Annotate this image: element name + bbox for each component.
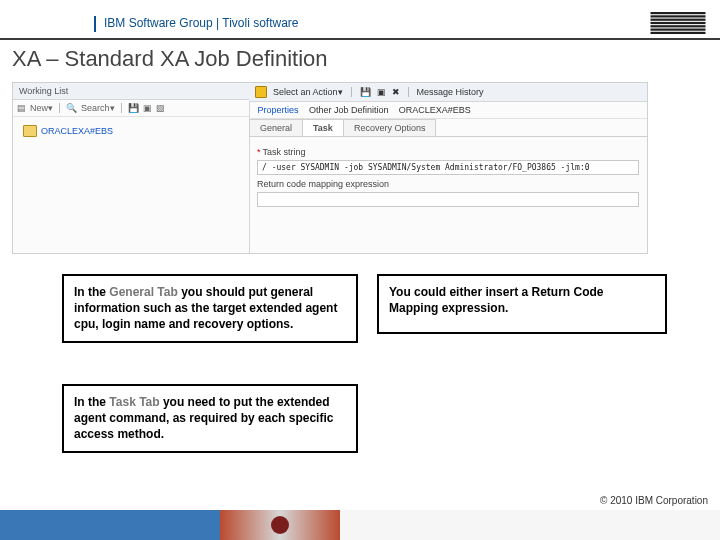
- toolbar-icon[interactable]: ▣: [377, 87, 386, 97]
- select-action-menu[interactable]: Select an Action▾: [273, 87, 343, 97]
- message-history-link[interactable]: Message History: [417, 87, 484, 97]
- tab-recovery[interactable]: Recovery Options: [343, 119, 437, 136]
- tree-node-oraclexa[interactable]: ORACLEXA#EBS: [19, 123, 243, 139]
- toolbar-icon[interactable]: ✖: [392, 87, 400, 97]
- new-button[interactable]: New▾: [30, 103, 53, 113]
- footer-rest: [340, 510, 720, 540]
- app-right-panel: Select an Action▾ 💾 ▣ ✖ Message History …: [249, 83, 647, 253]
- toolbar-separator: [408, 87, 409, 97]
- copyright-text: © 2010 IBM Corporation: [600, 495, 708, 506]
- svg-rect-6: [651, 32, 706, 34]
- header-divider: [0, 38, 720, 40]
- callout-task-tab: In the Task Tab you need to put the exte…: [62, 384, 358, 453]
- tree-view: ORACLEXA#EBS: [13, 117, 249, 145]
- callout-return-code: You could either insert a Return Code Ma…: [377, 274, 667, 334]
- svg-rect-1: [651, 15, 706, 17]
- return-code-input[interactable]: [257, 192, 639, 207]
- header-bar: IBM Software Group | Tivoli software: [0, 16, 720, 38]
- ibm-logo: [650, 12, 706, 38]
- tree-node-label: ORACLEXA#EBS: [41, 126, 113, 136]
- svg-rect-5: [651, 29, 706, 31]
- footer: © 2010 IBM Corporation: [0, 510, 720, 540]
- save-icon[interactable]: 💾: [128, 103, 139, 113]
- tab-general[interactable]: General: [249, 119, 303, 136]
- svg-rect-3: [651, 22, 706, 24]
- header-accent: [94, 16, 96, 32]
- tabs: General Task Recovery Options: [249, 119, 647, 137]
- task-string-input[interactable]: / -user SYSADMIN -job SYSADMIN/System Ad…: [257, 160, 639, 175]
- search-icon[interactable]: 🔍: [66, 103, 77, 113]
- toolbar-separator: [59, 103, 60, 113]
- left-toolbar: ▤ New▾ 🔍 Search▾ 💾 ▣ ▧: [13, 100, 249, 117]
- svg-rect-2: [651, 19, 706, 21]
- working-list-header: Working List: [13, 83, 249, 100]
- search-button[interactable]: Search▾: [81, 103, 115, 113]
- svg-rect-4: [651, 25, 706, 27]
- tab-task[interactable]: Task: [302, 119, 344, 136]
- toolbar-icon[interactable]: ▣: [143, 103, 152, 113]
- document-icon[interactable]: ▤: [17, 103, 26, 113]
- crumb-other-def: Other Job Definition: [309, 105, 389, 115]
- toolbar-separator: [351, 87, 352, 97]
- task-form: *Task string / -user SYSADMIN -job SYSAD…: [249, 137, 647, 213]
- folder-icon: [23, 125, 37, 137]
- footer-dot-icon: [271, 516, 289, 534]
- crumb-current: ORACLEXA#EBS: [399, 105, 471, 115]
- crumb-properties[interactable]: Properties: [258, 105, 299, 115]
- save-icon[interactable]: 💾: [360, 87, 371, 97]
- footer-strip: [0, 510, 720, 540]
- right-toolbar: Select an Action▾ 💾 ▣ ✖ Message History: [249, 83, 647, 102]
- task-string-label: *Task string: [257, 147, 639, 157]
- header-group-text: IBM Software Group | Tivoli software: [104, 16, 299, 30]
- slide-title: XA – Standard XA Job Definition: [12, 46, 328, 72]
- svg-rect-0: [651, 12, 706, 14]
- app-screenshot: Working List ▤ New▾ 🔍 Search▾ 💾 ▣ ▧ ORAC…: [12, 82, 648, 254]
- return-code-label: Return code mapping expression: [257, 179, 639, 189]
- flag-icon: [255, 86, 267, 98]
- footer-images: [220, 510, 340, 540]
- footer-band: [0, 510, 220, 540]
- toolbar-icon[interactable]: ▧: [156, 103, 165, 113]
- breadcrumb: Properties Other Job Definition ORACLEXA…: [249, 102, 647, 119]
- toolbar-separator: [121, 103, 122, 113]
- callout-general-tab: In the General Tab you should put genera…: [62, 274, 358, 343]
- app-left-panel: Working List ▤ New▾ 🔍 Search▾ 💾 ▣ ▧ ORAC…: [13, 83, 250, 253]
